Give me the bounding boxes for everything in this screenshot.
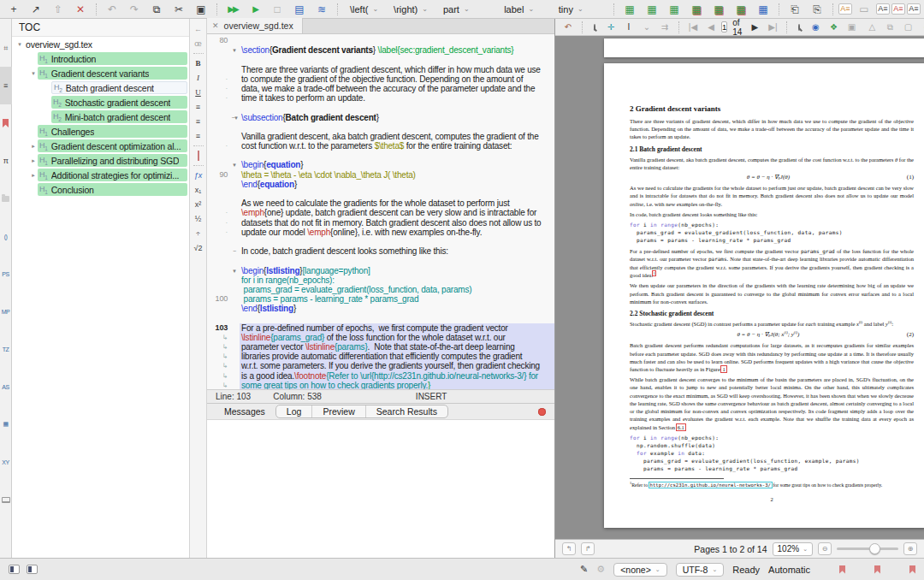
delete-table-column-icon[interactable]: ▦ (708, 1, 729, 18)
bold-icon[interactable]: B (195, 58, 200, 68)
forward-view-button[interactable]: ↱ (581, 542, 595, 555)
ligatures-icon[interactable]: œ (194, 38, 202, 49)
back-navigation-icon[interactable]: ↶ (560, 22, 576, 32)
undo-icon[interactable]: ↶ (102, 1, 122, 18)
divide-icon[interactable]: ÷ (196, 228, 200, 239)
superscript-icon[interactable]: x² (195, 199, 202, 210)
last-page-icon[interactable]: ▶| (765, 22, 780, 32)
tree-chevron-icon[interactable]: ▸ (29, 143, 38, 150)
build-and-view-icon[interactable]: ▶▶ (222, 1, 243, 18)
underline-icon[interactable]: U (195, 87, 201, 98)
sqrt-icon[interactable]: √2 (194, 243, 203, 253)
external-window-icon[interactable]: ▢ (900, 22, 915, 32)
fold-marker[interactable]: − (229, 246, 240, 256)
zoom-out-button[interactable]: ⊖ (818, 542, 832, 555)
editor-code-area[interactable]: 80▾\section{Gradient descent variants} \… (207, 34, 554, 389)
settings-gear-icon[interactable]: ⚙ (596, 564, 605, 575)
annotation-list-icon[interactable]: A≡ (907, 3, 921, 15)
convert-document-icon[interactable]: ⎘ (807, 1, 827, 18)
split-view-icon[interactable]: ⧉ (882, 22, 897, 33)
view-log-icon[interactable]: ▤ (289, 1, 310, 18)
terminal-icon[interactable] (0, 481, 12, 518)
paste-icon[interactable]: ▣ (191, 1, 211, 18)
text-select-tool-icon[interactable]: I (621, 22, 637, 32)
fold-marker[interactable]: −▾ (229, 113, 240, 122)
magnifier-tool-icon[interactable] (594, 24, 595, 31)
close-output-panel-icon[interactable] (538, 408, 546, 416)
insert-image-icon[interactable] (198, 151, 199, 161)
close-pdf-icon[interactable]: ● (918, 22, 924, 32)
line-numbers-icon[interactable]: ≡ (0, 67, 12, 104)
toc-item-gradient-descent-optimization-al[interactable]: ▸H1Gradient descent optimization al... (12, 139, 189, 153)
toc-item-challenges[interactable]: H1Challenges (12, 124, 189, 139)
save-icon[interactable]: ⇧ (48, 1, 68, 18)
annotation-icon[interactable]: A≡ (876, 3, 890, 15)
next-page-icon[interactable]: ▶ (747, 22, 762, 32)
stop-compile-icon[interactable]: □ (267, 1, 287, 18)
fontsize-combo[interactable]: tiny⌄ (552, 2, 608, 17)
zoom-slider[interactable] (837, 547, 898, 550)
insert-table-icon[interactable]: ▦ (619, 1, 640, 18)
toc-item-overview-sgd-tex[interactable]: ▾overview_sgd.tex (12, 37, 189, 51)
zoom-slider-knob[interactable] (869, 543, 880, 554)
bookmark-icon[interactable] (839, 565, 845, 574)
toc-item-introduction[interactable]: H1Introduction (12, 51, 189, 66)
fit-page-icon[interactable]: ▣ (844, 22, 859, 32)
tree-chevron-icon[interactable]: ▾ (15, 41, 24, 48)
log-markers-icon[interactable]: ≋ (311, 1, 332, 18)
session-combo[interactable]: <none> ⌄ (613, 563, 667, 577)
tree-chevron-icon[interactable]: ▸ (29, 157, 38, 164)
copy-icon[interactable]: ⧉ (146, 1, 167, 18)
continuous-scroll-icon[interactable]: ⇉ (657, 22, 672, 32)
align-center-icon[interactable]: ≡ (196, 116, 200, 127)
zoom-tool-icon[interactable] (798, 24, 800, 31)
close-tab-icon[interactable]: ✕ (212, 21, 219, 30)
comment-bubble-icon[interactable]: ▭ (854, 1, 874, 18)
cut-table-icon[interactable]: ▦ (731, 1, 751, 18)
toc-item-parallelizing-and-distributing-sgd[interactable]: ▸H1Parallelizing and distributing SGD (12, 153, 189, 168)
editor-tab[interactable]: ✕ overview_sgd.tex (207, 18, 303, 33)
right-delimiter-combo[interactable]: \right)⌄ (387, 2, 435, 17)
open-file-icon[interactable]: ↗ (26, 1, 46, 18)
toc-item-conclusion[interactable]: H1Conclusion (12, 182, 189, 197)
align-left-icon[interactable]: ≡ (196, 102, 200, 112)
toc-item-gradient-descent-variants[interactable]: ▾H1Gradient descent variants (12, 66, 189, 80)
presentation-mode-icon[interactable]: △ (864, 22, 880, 32)
tree-chevron-icon[interactable]: ▸ (29, 172, 38, 179)
back-view-button[interactable]: ↰ (562, 542, 576, 555)
toggle-left-panel-icon[interactable] (9, 565, 20, 574)
fold-marker[interactable]: ▾ (229, 266, 240, 275)
structure-icon[interactable]: ⌗ (0, 29, 12, 67)
left-delimiter-combo[interactable]: \left(⌄ (343, 2, 385, 17)
toc-item-batch-gradient-descent[interactable]: H2Batch gradient descent (12, 80, 189, 95)
highlight-sync-icon[interactable]: ❖ (826, 22, 841, 32)
scroll-sync-icon[interactable]: ◉ (808, 22, 823, 32)
output-tab-messages[interactable]: Messages (214, 405, 275, 417)
cut-icon[interactable]: ✂ (169, 1, 189, 18)
redo-icon[interactable]: ↷ (124, 1, 145, 18)
todo-note-icon[interactable]: A≡ (838, 3, 852, 15)
subscript-icon[interactable]: x₁ (195, 185, 202, 195)
math-mode-icon[interactable]: ƒx (194, 170, 203, 181)
encoding-combo[interactable]: UTF-8 ⌄ (676, 563, 725, 577)
output-tab-preview[interactable]: Preview (311, 405, 364, 417)
page-number-input[interactable]: 1 (721, 21, 727, 33)
paste-table-icon[interactable]: ▦ (664, 1, 684, 18)
fraction-icon[interactable]: ½ (195, 214, 202, 224)
italic-icon[interactable]: I (197, 73, 199, 83)
toc-item-mini-batch-gradient-descent[interactable]: H2Mini-batch gradient descent (12, 109, 189, 124)
align-right-icon[interactable]: ≡ (196, 131, 200, 141)
output-tab-log[interactable]: Log (276, 405, 312, 417)
annotation-red-icon[interactable]: A≡ (891, 3, 905, 15)
output-tab-search-results[interactable]: Search Results (365, 405, 447, 417)
format-table-icon[interactable]: ▦ (753, 1, 773, 18)
toc-item-stochastic-gradient-descent[interactable]: H2Stochastic gradient descent (12, 95, 189, 109)
sectioning-combo[interactable]: part⌄ (436, 2, 495, 17)
beamer-icon[interactable]: ▦ (0, 405, 12, 443)
scroll-hand-tool-icon[interactable]: ✛ (603, 22, 619, 32)
first-page-icon[interactable]: |◀ (685, 22, 701, 32)
brackets-icon[interactable]: () (0, 217, 12, 255)
label-combo[interactable]: label⌄ (497, 2, 550, 17)
back-icon[interactable]: ← (194, 24, 202, 34)
pdf-view-area[interactable]: 2 Gradient descent variantsThere are thr… (555, 36, 924, 539)
